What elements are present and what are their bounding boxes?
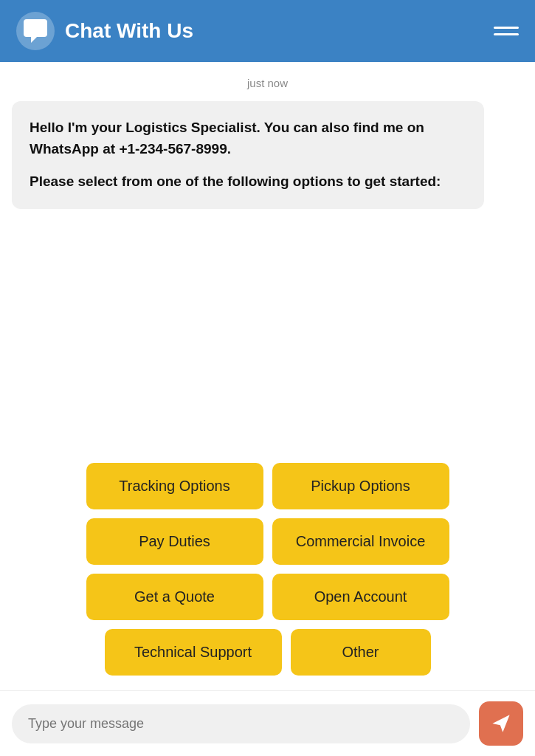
option-pay-duties[interactable]: Pay Duties <box>86 518 263 565</box>
options-row-4: Technical Support Other <box>105 629 431 676</box>
option-get-quote[interactable]: Get a Quote <box>86 574 263 620</box>
input-bar <box>0 690 535 756</box>
option-pickup[interactable]: Pickup Options <box>272 463 449 509</box>
header-title: Chat With Us <box>65 19 193 43</box>
message-timestamp: just now <box>12 77 523 89</box>
options-row-1: Tracking Options Pickup Options <box>86 463 449 509</box>
bot-message-bubble: Hello I'm your Logistics Specialist. You… <box>12 101 484 209</box>
send-icon <box>491 713 511 734</box>
chat-header: Chat With Us <box>0 0 535 62</box>
options-row-3: Get a Quote Open Account <box>86 574 449 620</box>
bot-message-line2: Please select from one of the following … <box>30 171 466 193</box>
bot-message-line1: Hello I'm your Logistics Specialist. You… <box>30 117 466 159</box>
option-commercial-invoice[interactable]: Commercial Invoice <box>272 518 449 565</box>
header-left: Chat With Us <box>16 12 193 50</box>
options-row-2: Pay Duties Commercial Invoice <box>86 518 449 565</box>
option-other[interactable]: Other <box>291 629 431 676</box>
hamburger-menu-icon[interactable] <box>494 27 519 35</box>
options-grid: Tracking Options Pickup Options Pay Duti… <box>0 456 535 690</box>
message-input[interactable] <box>12 704 470 743</box>
chat-area: just now Hello I'm your Logistics Specia… <box>0 62 535 456</box>
option-technical-support[interactable]: Technical Support <box>105 629 282 676</box>
option-tracking[interactable]: Tracking Options <box>86 463 263 509</box>
send-button[interactable] <box>479 701 523 746</box>
option-open-account[interactable]: Open Account <box>272 574 449 620</box>
chat-bubble-icon <box>16 12 55 50</box>
